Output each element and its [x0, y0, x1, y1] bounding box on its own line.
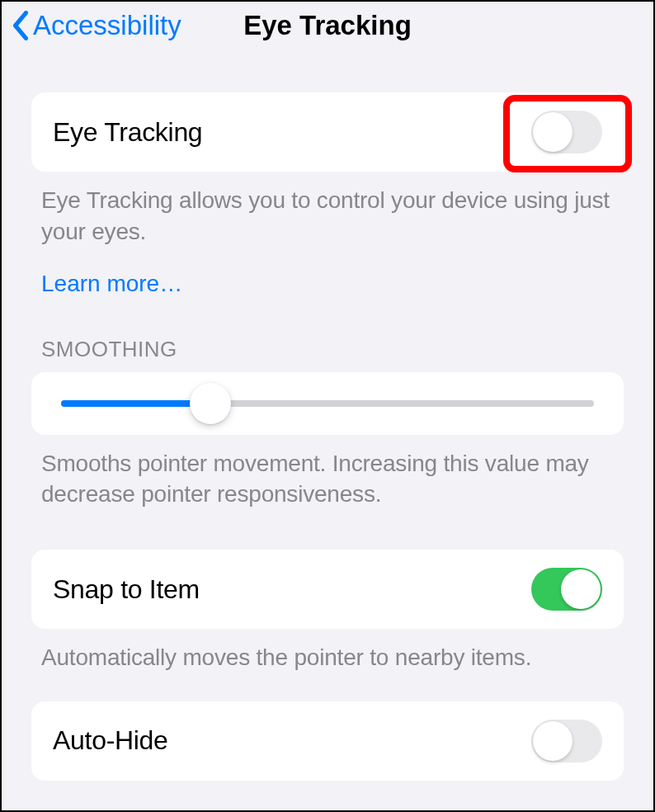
auto-hide-row: Auto-Hide: [31, 701, 624, 781]
eye-tracking-row: Eye Tracking: [31, 92, 624, 172]
toggle-knob: [533, 721, 573, 761]
snap-to-item-description: Automatically moves the pointer to nearb…: [31, 629, 624, 673]
learn-more-link[interactable]: Learn more…: [31, 248, 624, 297]
eye-tracking-label: Eye Tracking: [53, 117, 202, 148]
auto-hide-label: Auto-Hide: [53, 725, 168, 756]
smoothing-slider[interactable]: [61, 400, 594, 407]
eye-tracking-toggle[interactable]: [531, 111, 602, 153]
snap-to-item-toggle[interactable]: [531, 568, 602, 611]
navigation-bar: Accessibility Eye Tracking: [2, 2, 653, 51]
toggle-knob: [561, 569, 601, 609]
slider-knob: [190, 383, 231, 424]
smoothing-description: Smooths pointer movement. Increasing thi…: [31, 435, 624, 511]
eye-tracking-description: Eye Tracking allows you to control your …: [31, 172, 624, 248]
smoothing-slider-row: [31, 372, 624, 435]
auto-hide-toggle[interactable]: [531, 720, 602, 762]
snap-to-item-label: Snap to Item: [53, 574, 200, 605]
snap-to-item-row: Snap to Item: [31, 550, 624, 629]
chevron-left-icon: [12, 11, 30, 40]
back-label: Accessibility: [33, 10, 181, 41]
toggle-knob: [533, 112, 573, 152]
smoothing-header: SMOOTHING: [31, 297, 624, 372]
back-button[interactable]: Accessibility: [12, 10, 181, 41]
slider-fill: [61, 400, 210, 407]
